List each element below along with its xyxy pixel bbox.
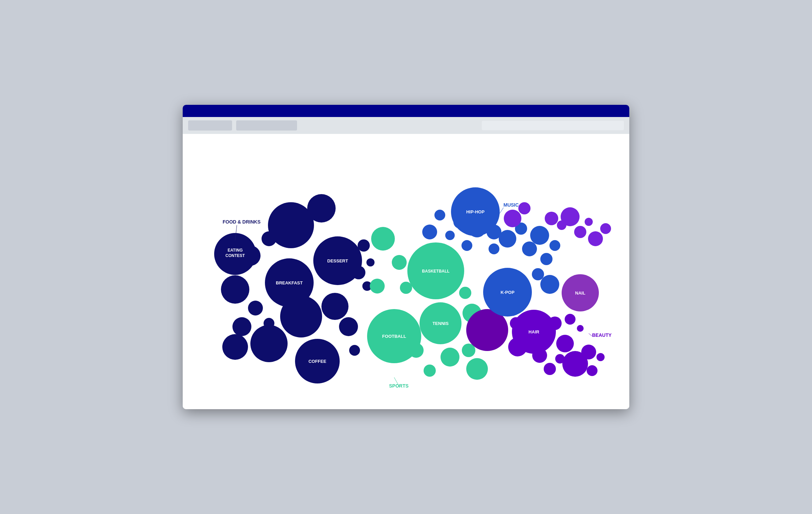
bubble-m13 — [540, 253, 552, 265]
bubble-t5 — [349, 345, 360, 356]
category-beauty: BEAUTY — [592, 332, 612, 338]
bubble-chart: FOOD & DRINKS SPORTS MUSIC BEAUTY EATING… — [183, 134, 629, 409]
bubble-nav2[interactable] — [307, 194, 336, 223]
bubble-s1 — [371, 227, 395, 251]
bubble-m9 — [499, 230, 516, 248]
bubble-m1 — [422, 225, 437, 239]
bubble-b6 — [544, 363, 556, 375]
browser-content: FOOD & DRINKS SPORTS MUSIC BEAUTY EATING… — [183, 134, 629, 409]
category-music: MUSIC — [503, 202, 519, 208]
bubble-b1 — [504, 210, 521, 227]
browser-tab-inactive[interactable] — [236, 120, 297, 131]
label-kpop: K-POP — [500, 290, 515, 295]
browser-frame: FOOD & DRINKS SPORTS MUSIC BEAUTY EATING… — [183, 105, 629, 409]
browser-url-bar[interactable] — [482, 121, 624, 130]
bubble-pb6 — [588, 231, 603, 246]
bubble-s7 — [441, 348, 459, 367]
browser-tab-active[interactable] — [188, 120, 232, 131]
label-hair: HAIR — [528, 329, 539, 334]
bubble-s10 — [459, 287, 471, 299]
bubble-s4 — [400, 282, 412, 294]
label-hiphop: HIP-HOP — [466, 209, 485, 214]
bubble-m8 — [489, 243, 499, 254]
bubble-pb5 — [585, 218, 593, 226]
bubble-nav4[interactable] — [262, 231, 276, 246]
bubble-m14 — [549, 240, 560, 251]
bubble-pb7 — [600, 223, 611, 234]
bubble-t2 — [366, 258, 375, 266]
bubble-b8 — [556, 335, 574, 352]
bubble-nav10[interactable] — [250, 325, 288, 362]
label-dessert: DESSERT — [327, 258, 348, 263]
bubble-s3 — [370, 279, 385, 294]
browser-titlebar — [183, 105, 629, 117]
bubble-pb4 — [574, 226, 586, 238]
bubble-m2 — [434, 210, 445, 220]
bubble-m3 — [445, 231, 455, 240]
bubble-nav5[interactable] — [221, 275, 249, 304]
connector-music — [500, 208, 503, 213]
bubble-b12 — [596, 353, 605, 361]
bubble-nav7[interactable] — [232, 317, 251, 336]
bubble-m12 — [530, 226, 549, 245]
label-nail: NAIL — [575, 290, 585, 296]
label-coffee: COFFEE — [309, 359, 326, 364]
bubble-m16 — [540, 275, 559, 294]
bubble-pb3 — [561, 207, 580, 226]
label-breakfast: BREAKFAST — [276, 280, 303, 285]
bubble-nav9[interactable] — [222, 334, 248, 360]
bubble-s5 — [409, 343, 424, 358]
bubble-b2 — [518, 202, 531, 214]
bubble-nav12[interactable] — [321, 293, 348, 320]
bubble-b13 — [565, 314, 576, 325]
bubble-pb1 — [545, 212, 558, 225]
browser-toolbar — [183, 117, 629, 134]
bubble-t3 — [352, 266, 365, 279]
bubble-m15 — [532, 268, 544, 280]
connector-beauty — [589, 333, 592, 336]
label-basketball: BASKETBALL — [422, 269, 449, 274]
bubble-b14 — [577, 325, 584, 332]
label-eating-contest: EATING — [228, 248, 243, 253]
label-tennis: TENNIS — [432, 321, 449, 326]
bubble-s6 — [424, 365, 436, 377]
label-eating-contest2: CONTEST — [225, 253, 245, 258]
bubble-nav13[interactable] — [339, 317, 358, 336]
bubble-s2 — [392, 255, 407, 270]
bubble-s9 — [466, 358, 488, 380]
bubble-m5 — [461, 240, 472, 251]
bubble-b11 — [587, 365, 597, 376]
label-football: FOOTBALL — [382, 334, 406, 339]
category-food-drinks: FOOD & DRINKS — [223, 219, 261, 225]
bubble-b10 — [581, 345, 596, 359]
bubble-t1 — [358, 239, 370, 252]
bubble-m11 — [522, 241, 537, 256]
bubble-nav6[interactable] — [248, 301, 263, 316]
